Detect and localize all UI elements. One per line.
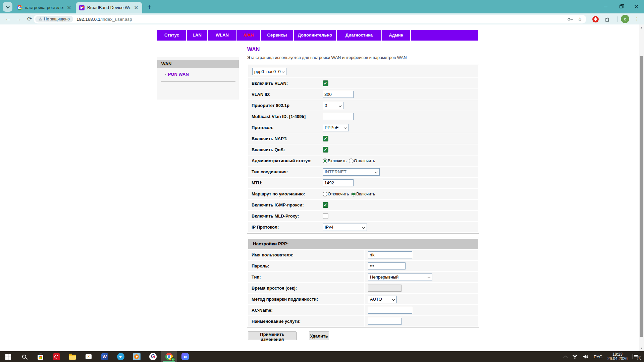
language-indicator[interactable]: РУС [594,354,602,359]
toolbar-divider [617,16,618,22]
wan-settings-form: ppp0_nas0_0 Включить VLAN: ✓ VLAN ID: Пр… [247,64,479,234]
protocol-select[interactable]: PPPoE [323,124,349,131]
connection-type-select[interactable]: INTERNET [323,168,380,176]
nav-wlan[interactable]: WLAN [208,30,237,41]
vlan-id-input[interactable] [323,91,354,98]
mtu-input[interactable] [323,179,354,186]
forward-button[interactable]: → [14,13,23,24]
restore-icon [620,5,623,8]
field-label: Включить NAPT: [248,133,319,144]
tab-close-icon[interactable]: ✕ [66,5,72,11]
new-tab-button[interactable]: + [145,3,154,12]
nav-lan[interactable]: LAN [187,30,208,41]
file-explorer-icon [69,355,76,360]
auth-method-select[interactable]: AUTO [368,296,397,303]
form-row: Тип: Непрерывный [248,272,478,282]
form-row: Включить VLAN: ✓ [248,78,478,88]
scroll-down-icon[interactable]: ▼ [639,346,644,351]
admin-status-enable-radio[interactable] [323,159,327,163]
wan-interface-select[interactable]: ppp0_nas0_0 [252,68,286,75]
form-row: Пароль: [248,261,478,271]
form-row: Приоритет 802.1p 0 [248,100,478,111]
admin-status-disable-radio[interactable] [349,159,354,163]
minimize-button[interactable] [598,0,613,13]
nav-diagnostics[interactable]: Диагностика [337,30,382,41]
multicast-vlan-id-input[interactable] [323,113,354,120]
field-label: Включить MLD-Proxy: [248,211,319,221]
nav-services[interactable]: Сервисы [261,30,294,41]
igmp-proxy-checkbox[interactable]: ✓ [323,202,328,208]
password-input[interactable] [368,262,406,269]
tab-search-button[interactable] [3,2,12,12]
delete-button[interactable]: Удалить [309,331,329,340]
close-button[interactable]: ✕ [629,0,644,13]
field-label: Метод проверки подлинности: [248,294,364,304]
security-chip[interactable]: ⚠ Не защищено [35,16,73,22]
mld-proxy-checkbox[interactable]: ✓ [323,213,328,219]
browser-tab-inactive[interactable]: настройка ростелеком gpon ч ✕ [13,2,75,13]
service-name-input[interactable] [368,318,401,325]
taskbar-abbyy-button[interactable] [48,351,64,362]
taskbar-potplayer-button[interactable] [129,351,145,362]
taskbar-word-button[interactable]: W [97,351,113,362]
napt-enable-checkbox[interactable]: ✓ [323,136,328,141]
reload-button[interactable]: ⟳ [25,13,34,24]
default-route-enable-radio[interactable] [351,192,356,196]
field-label: Включить IGMP-прокси: [248,200,319,210]
telegram-icon: ➤ [117,353,124,360]
scroll-up-icon[interactable]: ▲ [639,25,644,30]
apply-changes-button[interactable]: Применить изменения [248,331,297,340]
browser-tab-active[interactable]: BroadBand Device Webserver ✕ [76,2,142,13]
wifi-icon[interactable] [572,354,578,359]
ac-name-input[interactable] [368,307,412,314]
form-row: MTU: [248,178,478,188]
taskbar-c-app-button[interactable]: C [145,351,161,362]
taskbar-photos-button[interactable] [80,351,97,362]
sidebar-item-pon-wan[interactable]: › PON WAN [157,72,239,77]
bookmark-star-icon[interactable]: ☆ [576,15,584,23]
form-row: Маршрут по умолчанию: Отключить Включить [248,189,478,199]
nav-wan[interactable]: WAN [237,30,261,41]
maximize-button[interactable] [613,0,629,13]
adblock-extension-icon[interactable] [591,15,600,23]
volume-icon[interactable] [583,354,589,359]
nav-status[interactable]: Статус [157,30,187,41]
default-route-disable-radio[interactable] [323,192,327,196]
tray-expand-icon[interactable] [564,356,567,359]
form-row: Включить IGMP-прокси: ✓ [248,200,478,210]
priority-8021p-select[interactable]: 0 [323,102,343,109]
profile-avatar[interactable]: c [621,15,629,23]
interface-row: ppp0_nas0_0 [248,65,478,77]
minimize-icon [604,7,607,7]
router-main-nav: Статус LAN WLAN WAN Сервисы Дополнительн… [157,30,478,41]
page-scrollbar-thumb[interactable] [640,56,643,337]
taskbar-link-app-button[interactable]: ∞ [177,351,193,362]
username-input[interactable] [368,251,412,258]
field-label: VLAN ID: [248,89,319,100]
taskbar-chrome-button[interactable]: c [161,351,177,362]
tab-close-icon[interactable]: ✕ [133,5,139,11]
ppp-type-select[interactable]: Непрерывный [368,274,432,281]
taskbar-explorer-button[interactable] [64,351,80,362]
nav-advanced[interactable]: Дополнительно [294,30,337,41]
nav-admin[interactable]: Админ [382,30,411,41]
taskbar-search-button[interactable] [16,351,32,362]
start-button[interactable] [0,351,16,362]
notification-center-icon[interactable]: 1 [633,354,639,359]
form-row: Наименование услуги: [248,316,478,326]
password-key-icon[interactable] [566,15,574,23]
url-host: 192.168.0.1 [76,17,100,22]
taskbar-telegram-button[interactable]: ➤ [113,351,129,362]
page-title: WAN [247,47,260,53]
taskbar-store-button[interactable] [32,351,48,362]
clock[interactable]: 18:23 26.04.2026 [607,352,628,361]
ip-protocol-select[interactable]: IPv4 [323,224,367,231]
back-button[interactable]: ← [3,13,13,24]
vlan-enable-checkbox[interactable]: ✓ [323,80,328,86]
browser-menu-icon[interactable]: ⋮ [633,15,641,23]
device-webserver-favicon-icon [79,5,85,10]
qos-enable-checkbox[interactable]: ✓ [323,147,328,153]
address-bar[interactable]: ⚠ Не защищено 192.168.0.1/index_user.asp [34,15,586,23]
tab-title: настройка ростелеком gpon ч [25,5,63,10]
extensions-puzzle-icon[interactable] [603,15,612,23]
